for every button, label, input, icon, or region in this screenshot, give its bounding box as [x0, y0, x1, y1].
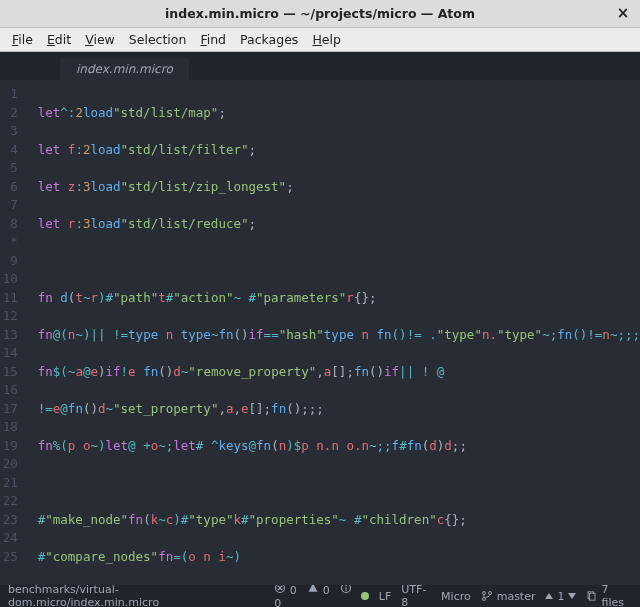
svg-point-8 — [488, 592, 491, 595]
svg-rect-5 — [346, 587, 347, 591]
line-number: 18 — [0, 418, 18, 437]
status-diagnostics[interactable]: 0 0 0 — [274, 582, 361, 607]
status-bar: benchmarks/virtual-dom.micro/index.min.m… — [0, 585, 640, 607]
line-number: 20 — [0, 455, 18, 474]
line-number: 5 — [0, 159, 18, 178]
files-icon — [586, 590, 597, 602]
line-number: 9 — [0, 252, 18, 271]
status-clean-indicator — [361, 592, 369, 600]
menu-view[interactable]: View — [79, 30, 121, 49]
menu-file[interactable]: File — [6, 30, 39, 49]
line-number: 23 — [0, 511, 18, 530]
line-number: 8 — [0, 215, 18, 234]
status-git-sync[interactable]: 1 — [545, 590, 576, 603]
code-line: !=e@fn()d~"set_property",a,e[];fn();;; — [38, 400, 640, 419]
code-line: let^:2load"std/list/map"; — [38, 104, 640, 123]
status-grammar[interactable]: Micro — [441, 590, 471, 603]
window-title: index.min.micro — ~/projects/micro — Ato… — [165, 6, 475, 21]
code-line — [38, 474, 640, 493]
status-files[interactable]: 7 files — [586, 583, 632, 607]
menu-edit[interactable]: Edit — [41, 30, 77, 49]
code-lines[interactable]: let^:2load"std/list/map"; let f:2load"st… — [28, 80, 640, 585]
tab-bar: index.min.micro — [0, 52, 640, 80]
line-number: 6 — [0, 178, 18, 197]
git-branch-icon — [481, 590, 493, 602]
line-number: 19 — [0, 437, 18, 456]
window-titlebar: index.min.micro — ~/projects/micro — Ato… — [0, 0, 640, 28]
line-number: 22 — [0, 492, 18, 511]
menu-bar: File Edit View Selection Find Packages H… — [0, 28, 640, 52]
code-area[interactable]: 1 2 3 4 5 6 7 8 * 9 10 11 12 13 14 15 16… — [0, 80, 640, 585]
status-filepath[interactable]: benchmarks/virtual-dom.micro/index.min.m… — [8, 583, 264, 607]
line-number: 4 — [0, 141, 18, 160]
arrow-down-icon — [568, 593, 576, 599]
menu-help[interactable]: Help — [306, 30, 347, 49]
code-line: fn$(~a@e)if!e fn()d~"remove_property",a[… — [38, 363, 640, 382]
line-number: 1 — [0, 85, 18, 104]
status-encoding[interactable]: UTF-8 — [401, 583, 431, 607]
svg-point-7 — [482, 598, 485, 601]
editor-pane: index.min.micro 1 2 3 4 5 6 7 8 * 9 10 1… — [0, 52, 640, 585]
line-number-modified: * — [0, 233, 18, 252]
line-number: 11 — [0, 289, 18, 308]
svg-point-6 — [482, 592, 485, 595]
code-line: if!o fn(),d~"create",n[] [];fn() — [38, 585, 640, 586]
tab-index-min-micro[interactable]: index.min.micro — [60, 58, 189, 80]
code-line: let r:3load"std/list/reduce"; — [38, 215, 640, 234]
line-number: 2 — [0, 104, 18, 123]
line-number: 3 — [0, 122, 18, 141]
code-line: let f:2load"std/list/filter"; — [38, 141, 640, 160]
code-line: fn@(n~)|| !=type n type~fn()if=="hash"ty… — [38, 326, 640, 345]
code-line: #"make_node"fn(k~c)#"type"k#"properties"… — [38, 511, 640, 530]
code-line: let z:3load"std/list/zip_longest"; — [38, 178, 640, 197]
line-number: 16 — [0, 381, 18, 400]
arrow-up-icon — [545, 593, 553, 599]
code-line — [38, 252, 640, 271]
status-line-ending[interactable]: LF — [379, 590, 391, 603]
menu-packages[interactable]: Packages — [234, 30, 304, 49]
menu-find[interactable]: Find — [194, 30, 232, 49]
line-number: 21 — [0, 474, 18, 493]
line-number: 25 — [0, 548, 18, 567]
line-number: 24 — [0, 529, 18, 548]
code-line: #"compare_nodes"fn=(o n i~) — [38, 548, 640, 567]
code-line: fn d(t~r)#"path"t#"action"~ #"parameters… — [38, 289, 640, 308]
line-number: 12 — [0, 307, 18, 326]
status-git-branch[interactable]: master — [481, 590, 536, 603]
line-number: 7 — [0, 196, 18, 215]
line-number: 14 — [0, 344, 18, 363]
close-icon[interactable]: × — [614, 4, 632, 22]
line-number: 13 — [0, 326, 18, 345]
line-number: 10 — [0, 270, 18, 289]
line-number: 15 — [0, 363, 18, 382]
line-gutter: 1 2 3 4 5 6 7 8 * 9 10 11 12 13 14 15 16… — [0, 80, 28, 585]
menu-selection[interactable]: Selection — [123, 30, 193, 49]
svg-point-4 — [345, 585, 347, 587]
line-number: 17 — [0, 400, 18, 419]
dot-green-icon — [361, 592, 369, 600]
code-line: fn%(p o~)let@ +o~;let# ^keys@fn(n)$p n.n… — [38, 437, 640, 456]
svg-rect-10 — [590, 593, 596, 600]
